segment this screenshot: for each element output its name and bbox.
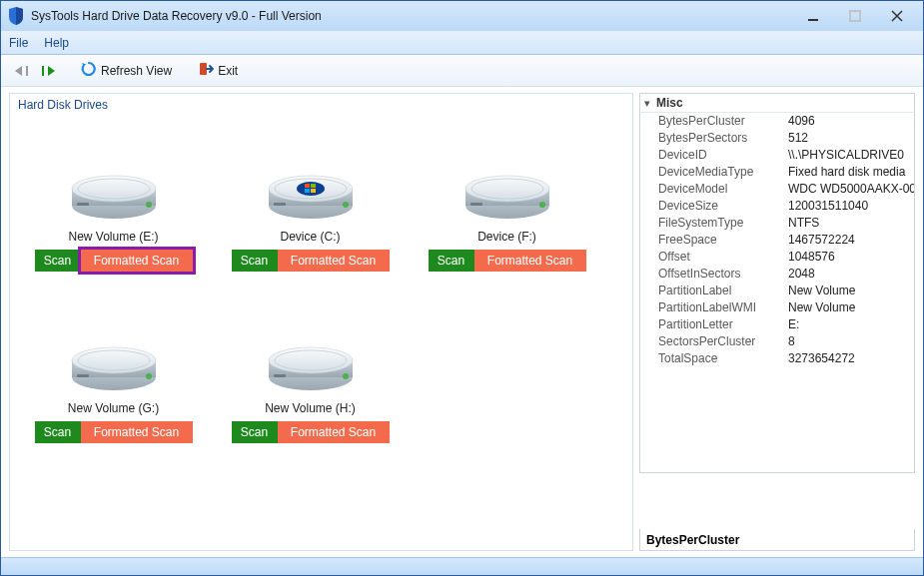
menu-help[interactable]: Help bbox=[44, 36, 69, 50]
drive-label: New Volume (E:) bbox=[68, 230, 158, 244]
svg-point-38 bbox=[72, 347, 156, 373]
property-value: 8 bbox=[788, 334, 914, 349]
properties-panel: ▾ Misc BytesPerCluster4096BytesPerSector… bbox=[639, 93, 915, 551]
property-value: \\.\PHYSICALDRIVE0 bbox=[788, 148, 914, 163]
main-content: Hard Disk Drives New Volume (E:)ScanForm… bbox=[1, 87, 923, 557]
property-key: BytesPerCluster bbox=[658, 114, 788, 129]
svg-point-34 bbox=[539, 202, 545, 208]
property-key: Offset bbox=[658, 250, 788, 265]
selected-property-footer: BytesPerCluster bbox=[639, 529, 915, 551]
drive-label: Device (C:) bbox=[280, 230, 340, 244]
maximize-button[interactable] bbox=[843, 4, 867, 28]
property-value: 3273654272 bbox=[788, 351, 914, 366]
refresh-label: Refresh View bbox=[101, 64, 172, 78]
property-row[interactable]: OffsetInSectors2048 bbox=[640, 266, 914, 283]
svg-rect-1 bbox=[850, 11, 860, 21]
svg-rect-0 bbox=[808, 19, 818, 21]
exit-icon bbox=[198, 61, 214, 80]
properties-grid[interactable]: ▾ Misc BytesPerCluster4096BytesPerSector… bbox=[639, 93, 915, 473]
property-key: TotalSpace bbox=[658, 351, 788, 366]
svg-point-12 bbox=[146, 202, 152, 208]
app-window: SysTools Hard Drive Data Recovery v9.0 -… bbox=[0, 0, 924, 576]
selected-property-name: BytesPerCluster bbox=[646, 533, 739, 547]
property-key: PartitionLabelWMI bbox=[658, 300, 788, 315]
property-value: 1048576 bbox=[788, 250, 914, 265]
property-row[interactable]: BytesPerSectors512 bbox=[640, 130, 914, 147]
chevron-down-icon: ▾ bbox=[644, 97, 650, 110]
drive-icon bbox=[69, 154, 159, 224]
drive-label: Device (F:) bbox=[477, 230, 536, 244]
exit-button[interactable]: Exit bbox=[194, 59, 242, 82]
formatted-scan-button[interactable]: Formatted Scan bbox=[81, 421, 193, 443]
svg-point-27 bbox=[465, 176, 549, 202]
svg-rect-57 bbox=[274, 374, 286, 377]
svg-point-56 bbox=[343, 373, 349, 379]
property-row[interactable]: DeviceModelWDC WD5000AAKX-003CA0 ATA Dev… bbox=[640, 181, 914, 198]
svg-rect-21 bbox=[305, 189, 310, 193]
scan-button[interactable]: Scan bbox=[232, 421, 278, 443]
property-row[interactable]: DeviceMediaTypeFixed hard disk media bbox=[640, 164, 914, 181]
property-value: 1467572224 bbox=[788, 233, 914, 248]
property-row[interactable]: FileSystemTypeNTFS bbox=[640, 215, 914, 232]
drives-panel: Hard Disk Drives New Volume (E:)ScanForm… bbox=[9, 93, 633, 551]
formatted-scan-button[interactable]: Formatted Scan bbox=[81, 250, 193, 272]
svg-rect-13 bbox=[77, 203, 89, 206]
formatted-scan-button[interactable]: Formatted Scan bbox=[474, 250, 586, 272]
drive-item[interactable]: New Volume (H:)ScanFormatted Scan bbox=[213, 297, 408, 465]
property-value: 2048 bbox=[788, 267, 914, 282]
drive-label: New Volume (H:) bbox=[265, 401, 356, 415]
property-row[interactable]: BytesPerCluster4096 bbox=[640, 113, 914, 130]
property-key: DeviceModel bbox=[658, 182, 788, 197]
property-key: DeviceSize bbox=[658, 199, 788, 214]
drive-icon bbox=[266, 154, 356, 224]
refresh-icon bbox=[81, 61, 97, 80]
toolbar: Refresh View Exit bbox=[1, 55, 923, 87]
nav-forward-button[interactable] bbox=[38, 64, 59, 78]
refresh-button[interactable]: Refresh View bbox=[77, 59, 176, 82]
scan-button[interactable]: Scan bbox=[429, 250, 474, 272]
property-row[interactable]: PartitionLabelWMINew Volume bbox=[640, 299, 914, 316]
formatted-scan-button[interactable]: Formatted Scan bbox=[278, 250, 390, 272]
formatted-scan-button[interactable]: Formatted Scan bbox=[278, 421, 390, 443]
property-value: New Volume bbox=[788, 300, 914, 315]
svg-rect-22 bbox=[311, 189, 316, 193]
drive-item[interactable]: Device (C:)ScanFormatted Scan bbox=[213, 126, 408, 293]
menu-bar: File Help bbox=[1, 31, 923, 55]
window-controls bbox=[801, 4, 919, 28]
svg-rect-19 bbox=[305, 184, 310, 188]
property-value: NTFS bbox=[788, 216, 914, 231]
nav-back-button[interactable] bbox=[11, 64, 32, 78]
property-key: FreeSpace bbox=[658, 233, 788, 248]
properties-section-header[interactable]: ▾ Misc bbox=[640, 94, 914, 113]
property-key: SectorsPerCluster bbox=[658, 334, 788, 349]
property-row[interactable]: SectorsPerCluster8 bbox=[640, 333, 914, 350]
menu-file[interactable]: File bbox=[9, 36, 28, 50]
svg-point-45 bbox=[146, 373, 152, 379]
property-row[interactable]: FreeSpace1467572224 bbox=[640, 232, 914, 249]
scan-button[interactable]: Scan bbox=[35, 250, 81, 272]
window-title: SysTools Hard Drive Data Recovery v9.0 -… bbox=[31, 9, 801, 23]
property-key: OffsetInSectors bbox=[658, 267, 788, 282]
svg-rect-2 bbox=[200, 63, 207, 75]
svg-point-23 bbox=[343, 202, 349, 208]
drive-item[interactable]: New Volume (G:)ScanFormatted Scan bbox=[16, 297, 211, 465]
property-row[interactable]: Offset1048576 bbox=[640, 249, 914, 266]
scan-button[interactable]: Scan bbox=[232, 250, 278, 272]
drive-item[interactable]: Device (F:)ScanFormatted Scan bbox=[410, 126, 604, 293]
property-row[interactable]: PartitionLetterE: bbox=[640, 316, 914, 333]
drive-label: New Volume (G:) bbox=[68, 401, 159, 415]
minimize-button[interactable] bbox=[801, 4, 825, 28]
close-button[interactable] bbox=[885, 4, 909, 28]
property-key: PartitionLabel bbox=[658, 284, 788, 298]
property-row[interactable]: DeviceSize120031511040 bbox=[640, 198, 914, 215]
scan-button[interactable]: Scan bbox=[35, 421, 81, 443]
drive-item[interactable]: New Volume (E:)ScanFormatted Scan bbox=[16, 126, 211, 293]
drives-panel-header: Hard Disk Drives bbox=[10, 94, 632, 116]
property-key: PartitionLetter bbox=[658, 317, 788, 332]
property-row[interactable]: TotalSpace3273654272 bbox=[640, 350, 914, 367]
property-row[interactable]: PartitionLabelNew Volume bbox=[640, 283, 914, 299]
property-row[interactable]: DeviceID\\.\PHYSICALDRIVE0 bbox=[640, 147, 914, 164]
svg-rect-20 bbox=[311, 184, 316, 188]
svg-rect-35 bbox=[470, 203, 482, 206]
property-key: BytesPerSectors bbox=[658, 131, 788, 146]
